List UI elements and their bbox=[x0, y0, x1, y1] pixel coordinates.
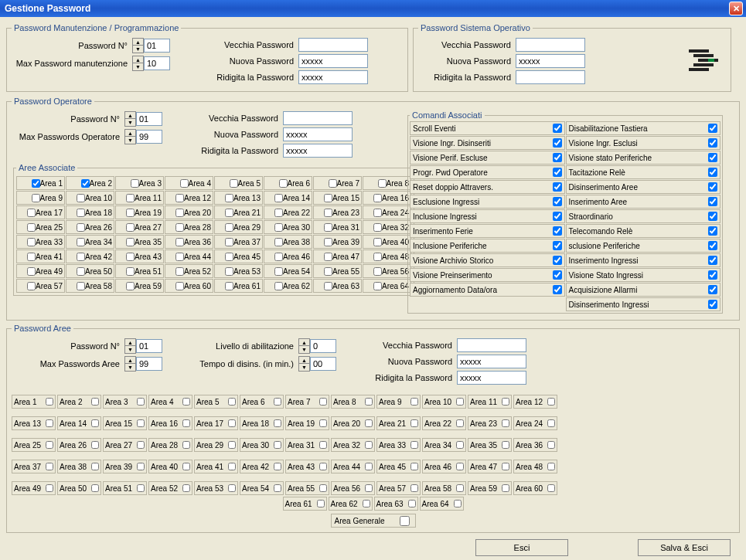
cmd-checkbox[interactable] bbox=[708, 241, 717, 250]
area-pwd-checkbox-50[interactable] bbox=[91, 484, 99, 492]
op-ridigita-input[interactable] bbox=[283, 144, 353, 158]
area-assoc-checkbox-51[interactable] bbox=[126, 267, 135, 276]
area-assoc-checkbox-12[interactable] bbox=[175, 194, 184, 202]
area-pwd-checkbox-41[interactable] bbox=[228, 463, 236, 470]
area-assoc-cell-34[interactable]: Area 34 bbox=[66, 235, 114, 249]
cmd-checkbox[interactable] bbox=[553, 241, 562, 250]
area-assoc-checkbox-15[interactable] bbox=[324, 194, 332, 202]
cmd-checkbox[interactable] bbox=[708, 153, 717, 162]
area-assoc-cell-16[interactable]: Area 16 bbox=[363, 191, 411, 205]
cmd-cell[interactable]: Reset doppio Attravers. bbox=[410, 180, 565, 194]
area-assoc-checkbox-8[interactable] bbox=[378, 179, 387, 188]
area-assoc-checkbox-64[interactable] bbox=[373, 282, 382, 290]
area-assoc-cell-27[interactable]: Area 27 bbox=[115, 220, 164, 234]
cmd-checkbox[interactable] bbox=[708, 300, 717, 309]
area-pwd-cell-46[interactable]: Area 46 bbox=[422, 460, 466, 473]
area-pwd-checkbox-55[interactable] bbox=[319, 484, 327, 492]
area-assoc-checkbox-14[interactable] bbox=[274, 194, 283, 202]
area-pwd-cell-39[interactable]: Area 39 bbox=[103, 460, 147, 473]
area-pwd-checkbox-12[interactable] bbox=[547, 398, 555, 406]
area-assoc-cell-7[interactable]: Area 7 bbox=[313, 176, 362, 190]
area-pwd-cell-16[interactable]: Area 16 bbox=[148, 416, 192, 430]
area-assoc-cell-50[interactable]: Area 50 bbox=[66, 264, 114, 278]
area-assoc-checkbox-28[interactable] bbox=[175, 223, 184, 232]
area-assoc-checkbox-33[interactable] bbox=[27, 238, 36, 246]
area-assoc-checkbox-25[interactable] bbox=[27, 223, 36, 232]
area-assoc-checkbox-54[interactable] bbox=[274, 267, 283, 276]
area-pwd-cell-41[interactable]: Area 41 bbox=[194, 460, 238, 473]
area-assoc-checkbox-48[interactable] bbox=[373, 253, 382, 261]
area-assoc-cell-64[interactable]: Area 64 bbox=[363, 279, 411, 293]
area-assoc-cell-57[interactable]: Area 57 bbox=[16, 279, 65, 293]
area-pwd-cell-40[interactable]: Area 40 bbox=[148, 460, 192, 473]
area-pwd-cell-27[interactable]: Area 27 bbox=[103, 438, 147, 452]
area-assoc-cell-59[interactable]: Area 59 bbox=[115, 279, 164, 293]
area-pwd-checkbox-44[interactable] bbox=[365, 463, 373, 470]
cmd-cell[interactable]: Telecomando Relè bbox=[566, 224, 721, 238]
area-assoc-cell-47[interactable]: Area 47 bbox=[313, 249, 362, 263]
cmd-checkbox[interactable] bbox=[553, 124, 562, 133]
area-assoc-checkbox-59[interactable] bbox=[126, 282, 135, 290]
aree-livello-down[interactable]: ▼ bbox=[299, 346, 309, 353]
area-pwd-cell-2[interactable]: Area 2 bbox=[57, 395, 101, 409]
area-assoc-cell-52[interactable]: Area 52 bbox=[165, 264, 213, 278]
area-pwd-checkbox-39[interactable] bbox=[137, 463, 145, 470]
area-assoc-cell-62[interactable]: Area 62 bbox=[264, 279, 312, 293]
cmd-checkbox[interactable] bbox=[553, 197, 562, 206]
area-pwd-checkbox-58[interactable] bbox=[456, 484, 464, 492]
area-assoc-cell-53[interactable]: Area 53 bbox=[214, 264, 263, 278]
area-pwd-cell-13[interactable]: Area 13 bbox=[12, 416, 56, 430]
area-assoc-checkbox-23[interactable] bbox=[324, 209, 332, 217]
area-pwd-checkbox-36[interactable] bbox=[547, 441, 555, 449]
area-pwd-checkbox-29[interactable] bbox=[228, 441, 236, 449]
area-assoc-cell-39[interactable]: Area 39 bbox=[313, 235, 362, 249]
area-assoc-checkbox-29[interactable] bbox=[225, 223, 233, 232]
area-assoc-cell-19[interactable]: Area 19 bbox=[115, 205, 164, 219]
area-assoc-cell-12[interactable]: Area 12 bbox=[165, 191, 213, 205]
area-pwd-checkbox-33[interactable] bbox=[410, 441, 418, 449]
aree-pwnum-input[interactable] bbox=[136, 339, 162, 353]
area-pwd-cell-33[interactable]: Area 33 bbox=[376, 438, 421, 452]
area-assoc-cell-1[interactable]: Area 1 bbox=[16, 176, 65, 190]
area-assoc-checkbox-22[interactable] bbox=[274, 209, 283, 217]
area-pwd-cell-31[interactable]: Area 31 bbox=[285, 438, 329, 452]
area-pwd-checkbox-1[interactable] bbox=[46, 398, 53, 406]
aree-tempo-down[interactable]: ▼ bbox=[299, 364, 309, 371]
cmd-checkbox[interactable] bbox=[708, 226, 717, 236]
aree-max-down[interactable]: ▼ bbox=[125, 364, 135, 371]
area-pwd-checkbox-21[interactable] bbox=[410, 419, 418, 427]
cmd-checkbox[interactable] bbox=[708, 212, 717, 221]
manut-max-input[interactable] bbox=[144, 56, 170, 70]
area-pwd-checkbox-57[interactable] bbox=[410, 484, 418, 492]
area-assoc-checkbox-7[interactable] bbox=[329, 179, 337, 188]
area-pwd-cell-34[interactable]: Area 34 bbox=[422, 438, 466, 452]
area-assoc-cell-58[interactable]: Area 58 bbox=[66, 279, 114, 293]
cmd-cell[interactable]: Straordinario bbox=[566, 209, 721, 223]
area-assoc-cell-41[interactable]: Area 41 bbox=[16, 249, 65, 263]
area-pwd-checkbox-5[interactable] bbox=[228, 398, 236, 406]
area-pwd-checkbox-16[interactable] bbox=[182, 419, 190, 427]
area-assoc-checkbox-46[interactable] bbox=[274, 253, 283, 261]
area-assoc-checkbox-3[interactable] bbox=[131, 179, 139, 188]
op-nuova-input[interactable] bbox=[283, 127, 353, 141]
cmd-cell[interactable]: Progr. Pwd Operatore bbox=[410, 165, 565, 179]
cmd-cell[interactable]: Visione Perif. Escluse bbox=[410, 151, 565, 165]
aree-max-up[interactable]: ▲ bbox=[125, 357, 135, 364]
area-generale-cell[interactable]: Area Generale bbox=[331, 514, 416, 528]
area-pwd-checkbox-24[interactable] bbox=[547, 419, 555, 427]
sisop-vecchia-input[interactable] bbox=[516, 38, 585, 52]
area-pwd-checkbox-60[interactable] bbox=[547, 484, 555, 492]
area-pwd-cell-28[interactable]: Area 28 bbox=[148, 438, 192, 452]
area-assoc-cell-23[interactable]: Area 23 bbox=[313, 205, 362, 219]
area-pwd-cell-35[interactable]: Area 35 bbox=[468, 438, 512, 452]
area-assoc-checkbox-34[interactable] bbox=[77, 238, 85, 246]
area-assoc-cell-10[interactable]: Area 10 bbox=[66, 191, 114, 205]
area-assoc-checkbox-44[interactable] bbox=[175, 253, 184, 261]
sisop-nuova-input[interactable] bbox=[516, 54, 585, 68]
area-assoc-checkbox-21[interactable] bbox=[225, 209, 233, 217]
area-assoc-checkbox-27[interactable] bbox=[126, 223, 135, 232]
area-pwd-checkbox-35[interactable] bbox=[502, 441, 509, 449]
area-assoc-cell-13[interactable]: Area 13 bbox=[214, 191, 263, 205]
manut-pwnum-down[interactable]: ▼ bbox=[133, 46, 143, 53]
esci-button[interactable]: Esci bbox=[475, 539, 568, 556]
